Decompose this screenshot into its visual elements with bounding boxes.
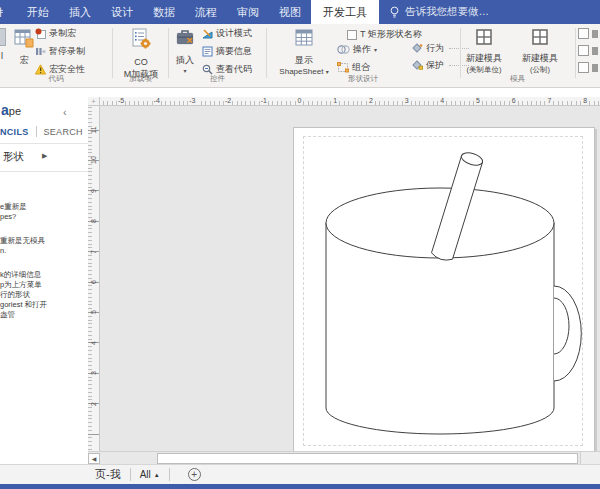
pause-recording-label: 暂停录制 bbox=[49, 45, 85, 58]
operations-button[interactable]: 操作 ▾ bbox=[337, 42, 377, 57]
scroll-left-arrow[interactable]: ◀ bbox=[88, 453, 100, 464]
titlebar-tab[interactable]: 设计 bbox=[101, 0, 143, 24]
v-ruler-number: 5 bbox=[89, 305, 99, 319]
tab-divider bbox=[36, 126, 37, 137]
tab-developer-active[interactable]: 开发工具 bbox=[311, 0, 379, 24]
sidebar-text-line: e重新是 bbox=[0, 202, 88, 212]
clipped-file-tab[interactable]: 件 bbox=[0, 0, 3, 24]
summary-info-label: 摘要信息 bbox=[216, 45, 252, 58]
h-scrollbar-thumb[interactable] bbox=[157, 453, 578, 464]
ribbon-divider bbox=[266, 28, 267, 78]
record-macro-button[interactable]: 录制宏 bbox=[35, 26, 76, 41]
h-ruler-number: -1 bbox=[260, 97, 268, 105]
v-ruler: 111098765432 bbox=[88, 106, 100, 451]
behavior-label: 行为 bbox=[426, 42, 444, 55]
group-label-controls: 控件 bbox=[169, 74, 266, 84]
h-ruler-number: -2 bbox=[224, 97, 232, 105]
record-macro-label: 录制宏 bbox=[49, 27, 76, 40]
titlebar-tab[interactable]: 数据 bbox=[143, 0, 185, 24]
v-ruler-number: 11 bbox=[89, 123, 99, 137]
h-ruler-number: 5 bbox=[475, 97, 481, 105]
status-bar bbox=[0, 484, 600, 489]
mug-handle-outer-shape[interactable] bbox=[554, 286, 581, 381]
h-ruler-number: 8 bbox=[582, 97, 588, 105]
com-addins-label-line1: CO bbox=[134, 57, 148, 67]
page-tab-bar: 页-我 All ▲ + bbox=[0, 464, 600, 484]
more-shapes-item[interactable]: 形状 bbox=[3, 150, 24, 164]
ribbon-divider bbox=[168, 28, 169, 78]
group-label-shape-design: 形状设计 bbox=[268, 74, 458, 84]
titlebar: 件 开始插入设计数据流程审阅视图 开发工具 告诉我您想要做… bbox=[0, 0, 600, 24]
h-ruler-number: 2 bbox=[368, 97, 374, 105]
group-label: 组合 bbox=[352, 61, 370, 74]
operations-label: 操作 bbox=[353, 43, 371, 56]
h-ruler-number: 3 bbox=[404, 97, 410, 105]
protection-icon bbox=[411, 60, 423, 71]
clipped-checkbox[interactable] bbox=[578, 28, 589, 39]
macros-icon bbox=[14, 28, 34, 48]
drawing-canvas[interactable] bbox=[100, 106, 600, 451]
group-icon bbox=[337, 62, 349, 73]
pause-recording-icon bbox=[35, 46, 46, 57]
shapesheet-icon bbox=[294, 28, 314, 48]
sidebar-text-line: n. bbox=[0, 246, 88, 256]
show-shapesheet-label-line1: 显示 bbox=[295, 55, 313, 65]
h-scrollbar[interactable]: ◀ bbox=[88, 451, 600, 464]
h-ruler: -5-4-3-2-1012345678 bbox=[100, 97, 600, 106]
h-ruler-number: 1 bbox=[332, 97, 338, 105]
h-ruler-number: -5 bbox=[117, 97, 125, 105]
v-ruler-number: 9 bbox=[89, 184, 99, 198]
sidebar-text: e重新是pes?重新是无模具n.k的详细信息p为上方菜单行的形状goriest … bbox=[0, 202, 88, 334]
page-tab[interactable]: 页-我 bbox=[95, 467, 121, 482]
tell-me-box[interactable]: 告诉我您想要做… bbox=[379, 0, 499, 24]
new-stencil-us-icon bbox=[475, 28, 493, 46]
titlebar-tab[interactable]: 流程 bbox=[185, 0, 227, 24]
h-ruler-number: 4 bbox=[439, 97, 445, 105]
sidebar-text-line: goriest 和打开 bbox=[0, 300, 88, 310]
com-addins-icon bbox=[130, 28, 152, 50]
design-mode-icon bbox=[202, 28, 213, 39]
titlebar-tab[interactable]: 开始 bbox=[17, 0, 59, 24]
clipped-checkbox-label bbox=[592, 30, 598, 38]
shapes-panel-tabs: NCILS SEARCH bbox=[0, 126, 83, 137]
collapse-panel-icon[interactable]: ‹ bbox=[63, 106, 67, 118]
clipped-checkbox[interactable] bbox=[578, 62, 589, 73]
insert-dropdown-arrow: ▾ bbox=[170, 67, 200, 74]
new-stencil-metric-icon bbox=[531, 28, 549, 46]
all-pages-button[interactable]: All ▲ bbox=[140, 469, 160, 480]
v-ruler-number: 4 bbox=[89, 336, 99, 350]
titlebar-tab[interactable]: 审阅 bbox=[227, 0, 269, 24]
macros-label: 宏 bbox=[20, 55, 29, 65]
shapes-panel: ape ‹ NCILS SEARCH 形状 ▶ e重新是pes?重新是无模具n.… bbox=[0, 89, 88, 464]
mug-drawing[interactable] bbox=[294, 128, 596, 451]
sidebar-text-line: k的详细信息 bbox=[0, 270, 88, 280]
summary-info-icon bbox=[202, 46, 213, 57]
titlebar-tab[interactable]: 插入 bbox=[59, 0, 101, 24]
operations-dropdown-arrow: ▾ bbox=[374, 46, 377, 53]
protection-label: 保护 bbox=[426, 59, 444, 72]
all-pages-up-triangle-icon: ▲ bbox=[154, 472, 160, 478]
drawing-page bbox=[293, 127, 595, 451]
sidebar-text-line: 重新是无模具 bbox=[0, 236, 88, 246]
lightbulb-icon bbox=[389, 6, 400, 19]
v-ruler-number: 3 bbox=[89, 366, 99, 380]
tab-stencils[interactable]: NCILS bbox=[0, 127, 29, 137]
group-button[interactable]: 组合 bbox=[337, 60, 370, 75]
clipped-button-icon[interactable] bbox=[0, 28, 6, 46]
design-mode-button[interactable]: 设计模式 bbox=[202, 26, 252, 41]
add-page-button[interactable]: + bbox=[188, 468, 201, 481]
summary-info-button[interactable]: 摘要信息 bbox=[202, 44, 252, 59]
titlebar-tab[interactable]: 视图 bbox=[269, 0, 311, 24]
new-stencil-us-label-line1: 新建模具 bbox=[466, 53, 502, 63]
tab-search[interactable]: SEARCH bbox=[44, 127, 83, 137]
sidebar-separator bbox=[0, 171, 88, 172]
shape-name-checkbox-icon bbox=[347, 30, 357, 40]
clipped-checkbox-label bbox=[592, 64, 598, 72]
pause-recording-button[interactable]: 暂停录制 bbox=[35, 44, 85, 59]
clipped-checkbox[interactable] bbox=[578, 45, 589, 56]
titlebar-tabs: 开始插入设计数据流程审阅视图 bbox=[17, 0, 311, 24]
h-ruler-number: -4 bbox=[153, 97, 161, 105]
group-label-stencils: 模具 bbox=[460, 74, 575, 84]
shape-name-box[interactable]: T 矩形形状名称 bbox=[347, 27, 422, 42]
v-ruler-number: 8 bbox=[89, 214, 99, 228]
